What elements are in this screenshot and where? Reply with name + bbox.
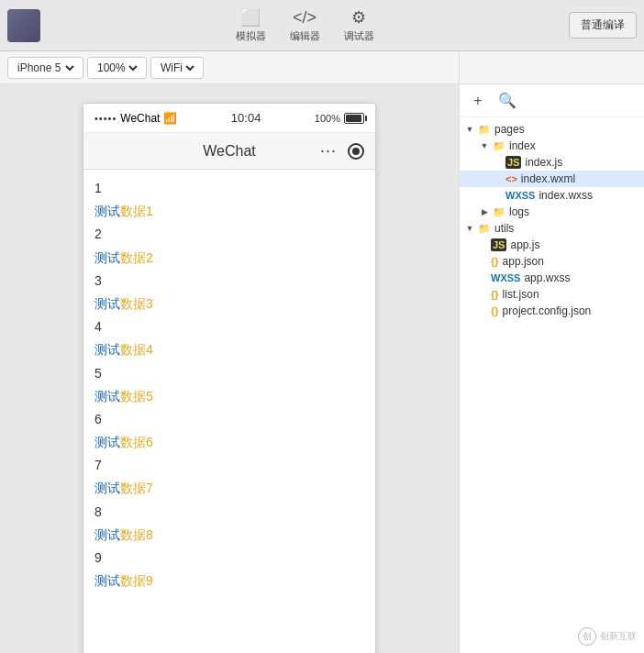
list-item-data: 测试数据9	[94, 570, 364, 592]
list-item-data: 测试数据4	[94, 338, 364, 361]
device-select[interactable]: iPhone 5 iPhone 6 iPhone X	[14, 61, 77, 75]
folder-icon: 📁	[493, 206, 505, 218]
list-item-data: 测试数据7	[94, 477, 364, 500]
list-item-num: 3	[94, 270, 364, 293]
list-item-num: 4	[94, 315, 364, 338]
tree-item-label: index.js	[525, 156, 562, 169]
search-file-button[interactable]: 🔍	[496, 90, 518, 112]
tree-item-app-wxss[interactable]: WXSSapp.wxss	[460, 270, 644, 286]
phone-nav-actions: ···	[320, 141, 364, 160]
zoom-select-wrap[interactable]: 75% 100% 125%	[87, 57, 147, 79]
js-file-icon: JS	[505, 156, 521, 169]
debugger-label: 调试器	[344, 29, 374, 43]
simulator-pane: ••••• WeChat 📶 10:04 100% WeChat ···	[0, 84, 459, 653]
list-item-num: 8	[94, 501, 364, 524]
tree-item-index-js[interactable]: JSindex.js	[460, 154, 644, 171]
tree-item-utils[interactable]: ▼📁utils	[460, 220, 644, 237]
tree-indent	[460, 288, 478, 301]
nav-record-inner	[352, 148, 360, 155]
device-select-wrap[interactable]: iPhone 5 iPhone 6 iPhone X	[7, 57, 83, 79]
wxss-file-icon: WXSS	[491, 272, 520, 283]
tree-item-project-config.json[interactable]: {}project.config.json	[460, 303, 644, 319]
tree-item-app-js[interactable]: JSapp.js	[460, 237, 644, 253]
tree-item-list-json[interactable]: {}list.json	[460, 286, 644, 303]
add-file-button[interactable]: +	[467, 90, 489, 112]
tree-item-label: index	[509, 139, 536, 152]
network-select-wrap[interactable]: WiFi 3G 2G	[150, 57, 204, 79]
watermark-symbol: 创	[583, 630, 592, 643]
phone-frame: ••••• WeChat 📶 10:04 100% WeChat ···	[83, 103, 376, 653]
debugger-button[interactable]: ⚙ 调试器	[333, 4, 385, 47]
watermark: 创 创新互联	[578, 627, 637, 646]
editor-icon: </>	[293, 8, 316, 28]
wxml-file-icon: <>	[505, 173, 517, 184]
tree-indent	[460, 172, 493, 185]
toolbar-center: ⬜ 模拟器 </> 编辑器 ⚙ 调试器	[40, 4, 569, 47]
list-item-num: 9	[94, 547, 364, 570]
json-file-icon: {}	[491, 289, 499, 300]
file-tree: ▼📁pages ▼📁index JSindex.js <>index.wxml …	[460, 117, 644, 653]
tree-arrow-icon: ▶	[478, 207, 491, 216]
list-item-data: 测试数据8	[94, 524, 364, 547]
tree-indent	[460, 156, 493, 169]
list-item-data: 测试数据1	[94, 200, 364, 223]
network-select[interactable]: WiFi 3G 2G	[157, 61, 197, 75]
compile-button[interactable]: 普通编译	[569, 12, 637, 39]
tree-item-pages[interactable]: ▼📁pages	[460, 121, 644, 138]
wxss-file-icon: WXSS	[505, 190, 535, 201]
battery-fill	[346, 115, 361, 122]
wifi-icon: 📶	[163, 112, 177, 125]
file-pane: + 🔍 ▼📁pages ▼📁index JSindex.js <>index.w…	[459, 84, 644, 653]
tree-item-label: utils	[494, 222, 514, 235]
battery-icon	[344, 113, 364, 124]
avatar	[7, 9, 40, 42]
app-name: WeChat	[120, 112, 160, 125]
simulator-icon: ⬜	[240, 7, 261, 28]
tree-arrow-icon: ▼	[463, 224, 476, 233]
list-item-num: 6	[94, 408, 364, 431]
file-pane-toolbar: + 🔍	[460, 84, 644, 117]
tree-indent	[460, 255, 478, 268]
tree-item-index-wxml[interactable]: <>index.wxml	[460, 171, 644, 187]
editor-label: 编辑器	[290, 29, 320, 43]
list-item-num: 7	[94, 454, 364, 477]
toolbar-left	[7, 9, 40, 42]
tree-item-index[interactable]: ▼📁index	[460, 138, 644, 154]
battery-pct: 100%	[315, 113, 340, 124]
tree-indent	[460, 205, 478, 218]
tree-item-label: app.js	[510, 238, 539, 251]
list-item-data: 测试数据3	[94, 293, 364, 315]
tree-item-index-wxss[interactable]: WXSSindex.wxss	[460, 187, 644, 204]
tree-indent	[460, 271, 478, 284]
tree-item-label: app.wxss	[524, 271, 570, 284]
tree-item-logs[interactable]: ▶📁logs	[460, 204, 644, 220]
nav-record-button[interactable]	[348, 143, 364, 160]
list-item-num: 5	[94, 362, 364, 385]
editor-button[interactable]: </> 编辑器	[279, 5, 331, 47]
list-item-data: 测试数据5	[94, 385, 364, 408]
status-right: 100%	[315, 113, 364, 124]
phone-status-bar: ••••• WeChat 📶 10:04 100%	[83, 104, 375, 133]
folder-icon: 📁	[478, 223, 491, 235]
json-file-icon: {}	[491, 256, 499, 267]
simulator-label: 模拟器	[236, 29, 266, 43]
tree-item-label: app.json	[503, 255, 544, 268]
toolbar-right: 普通编译	[569, 12, 637, 39]
zoom-select[interactable]: 75% 100% 125%	[94, 61, 140, 75]
tree-item-app-json[interactable]: {}app.json	[460, 253, 644, 270]
folder-icon: 📁	[493, 140, 505, 152]
simulator-button[interactable]: ⬜ 模拟器	[225, 4, 277, 47]
status-time: 10:04	[231, 111, 261, 125]
signal-dots: •••••	[94, 113, 117, 124]
tree-item-label: index.wxml	[521, 172, 575, 185]
watermark-icon: 创	[578, 627, 596, 646]
list-item-data: 测试数据2	[94, 247, 364, 270]
tree-indent	[460, 304, 478, 317]
tree-indent	[460, 189, 493, 202]
tree-item-label: logs	[509, 205, 529, 218]
nav-dots-icon[interactable]: ···	[320, 141, 337, 160]
controls-bar: iPhone 5 iPhone 6 iPhone X 75% 100% 125%…	[0, 51, 644, 84]
phone-nav-bar: WeChat ···	[83, 133, 375, 170]
tree-indent	[460, 238, 478, 251]
list-item-num: 2	[94, 223, 364, 246]
